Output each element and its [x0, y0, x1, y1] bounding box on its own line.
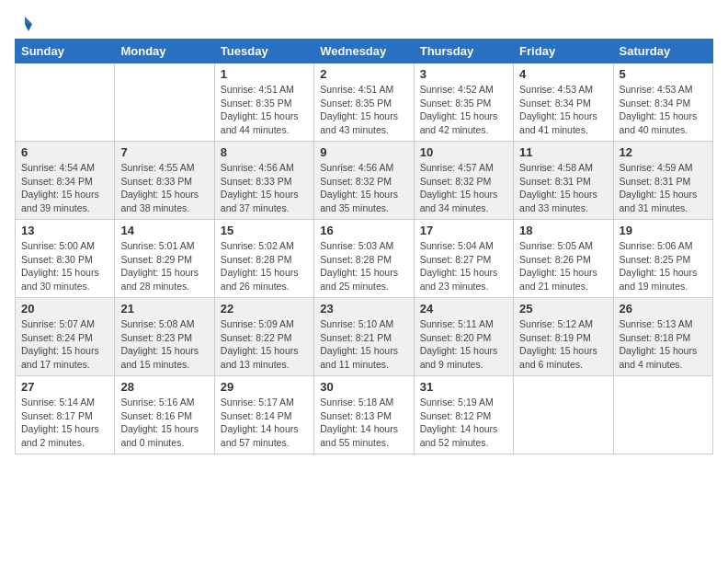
- day-number: 24: [420, 302, 507, 316]
- cell-content: Sunrise: 5:16 AM Sunset: 8:16 PM Dayligh…: [120, 396, 208, 450]
- calendar-table: SundayMondayTuesdayWednesdayThursdayFrid…: [15, 39, 713, 454]
- cell-content: Sunrise: 5:13 AM Sunset: 8:18 PM Dayligh…: [620, 317, 707, 372]
- calendar-week-row: 1Sunrise: 4:51 AM Sunset: 8:35 PM Daylig…: [16, 63, 713, 142]
- calendar-cell: 10Sunrise: 4:57 AM Sunset: 8:32 PM Dayli…: [414, 142, 513, 220]
- cell-content: Sunrise: 4:51 AM Sunset: 8:35 PM Dayligh…: [320, 83, 407, 137]
- calendar-day-header: Monday: [115, 40, 214, 63]
- day-number: 23: [320, 302, 407, 316]
- cell-content: Sunrise: 5:10 AM Sunset: 8:21 PM Dayligh…: [320, 317, 407, 372]
- svg-marker-0: [25, 17, 32, 24]
- day-number: 8: [221, 145, 308, 159]
- calendar-cell: 13Sunrise: 5:00 AM Sunset: 8:30 PM Dayli…: [16, 220, 115, 298]
- calendar-week-row: 6Sunrise: 4:54 AM Sunset: 8:34 PM Daylig…: [16, 142, 713, 220]
- calendar-cell: 20Sunrise: 5:07 AM Sunset: 8:24 PM Dayli…: [16, 298, 115, 376]
- calendar-cell: 12Sunrise: 4:59 AM Sunset: 8:31 PM Dayli…: [613, 142, 712, 220]
- cell-content: Sunrise: 5:12 AM Sunset: 8:19 PM Dayligh…: [519, 317, 607, 372]
- cell-content: Sunrise: 5:02 AM Sunset: 8:28 PM Dayligh…: [221, 239, 308, 293]
- calendar-cell: 7Sunrise: 4:55 AM Sunset: 8:33 PM Daylig…: [115, 142, 214, 220]
- day-number: 26: [620, 302, 707, 316]
- day-number: 1: [221, 67, 308, 81]
- calendar-day-header: Friday: [514, 40, 613, 63]
- calendar-day-header: Wednesday: [314, 40, 414, 63]
- calendar-cell: 6Sunrise: 4:54 AM Sunset: 8:34 PM Daylig…: [16, 142, 115, 220]
- cell-content: Sunrise: 4:51 AM Sunset: 8:35 PM Dayligh…: [221, 83, 308, 137]
- calendar-cell: 3Sunrise: 4:52 AM Sunset: 8:35 PM Daylig…: [414, 63, 513, 142]
- calendar-cell: 9Sunrise: 4:56 AM Sunset: 8:32 PM Daylig…: [314, 142, 414, 220]
- calendar-cell: 31Sunrise: 5:19 AM Sunset: 8:12 PM Dayli…: [414, 376, 513, 454]
- day-number: 21: [120, 302, 208, 316]
- cell-content: Sunrise: 5:01 AM Sunset: 8:29 PM Dayligh…: [120, 239, 208, 293]
- calendar-cell: [16, 63, 115, 142]
- calendar-cell: 23Sunrise: 5:10 AM Sunset: 8:21 PM Dayli…: [314, 298, 414, 376]
- calendar-cell: 8Sunrise: 4:56 AM Sunset: 8:33 PM Daylig…: [214, 142, 313, 220]
- day-number: 22: [221, 302, 308, 316]
- cell-content: Sunrise: 5:19 AM Sunset: 8:12 PM Dayligh…: [420, 396, 507, 450]
- day-number: 7: [120, 145, 208, 159]
- cell-content: Sunrise: 5:05 AM Sunset: 8:26 PM Dayligh…: [519, 239, 607, 293]
- calendar-header-row: SundayMondayTuesdayWednesdayThursdayFrid…: [16, 40, 713, 63]
- calendar-cell: 5Sunrise: 4:53 AM Sunset: 8:34 PM Daylig…: [613, 63, 712, 142]
- day-number: 29: [221, 380, 308, 394]
- day-number: 15: [221, 224, 308, 237]
- calendar-cell: 18Sunrise: 5:05 AM Sunset: 8:26 PM Dayli…: [514, 220, 613, 298]
- day-number: 5: [620, 67, 707, 81]
- calendar-cell: 25Sunrise: 5:12 AM Sunset: 8:19 PM Dayli…: [514, 298, 613, 376]
- cell-content: Sunrise: 5:18 AM Sunset: 8:13 PM Dayligh…: [320, 396, 407, 450]
- day-number: 13: [21, 224, 108, 237]
- cell-content: Sunrise: 5:00 AM Sunset: 8:30 PM Dayligh…: [21, 239, 108, 293]
- cell-content: Sunrise: 4:54 AM Sunset: 8:34 PM Dayligh…: [21, 161, 108, 215]
- cell-content: Sunrise: 5:09 AM Sunset: 8:22 PM Dayligh…: [221, 317, 308, 372]
- calendar-cell: 26Sunrise: 5:13 AM Sunset: 8:18 PM Dayli…: [613, 298, 712, 376]
- day-number: 30: [320, 380, 407, 394]
- day-number: 28: [120, 380, 208, 394]
- calendar-cell: 24Sunrise: 5:11 AM Sunset: 8:20 PM Dayli…: [414, 298, 513, 376]
- calendar-cell: 14Sunrise: 5:01 AM Sunset: 8:29 PM Dayli…: [115, 220, 214, 298]
- cell-content: Sunrise: 4:55 AM Sunset: 8:33 PM Dayligh…: [120, 161, 208, 215]
- page-header: [15, 15, 713, 29]
- day-number: 2: [320, 67, 407, 81]
- cell-content: Sunrise: 5:11 AM Sunset: 8:20 PM Dayligh…: [420, 317, 507, 372]
- cell-content: Sunrise: 5:03 AM Sunset: 8:28 PM Dayligh…: [320, 239, 407, 293]
- cell-content: Sunrise: 5:07 AM Sunset: 8:24 PM Dayligh…: [21, 317, 108, 372]
- cell-content: Sunrise: 4:56 AM Sunset: 8:33 PM Dayligh…: [221, 161, 308, 215]
- cell-content: Sunrise: 4:53 AM Sunset: 8:34 PM Dayligh…: [519, 83, 607, 137]
- cell-content: Sunrise: 4:53 AM Sunset: 8:34 PM Dayligh…: [620, 83, 707, 137]
- calendar-cell: 27Sunrise: 5:14 AM Sunset: 8:17 PM Dayli…: [16, 376, 115, 454]
- day-number: 6: [21, 145, 108, 159]
- calendar-cell: 16Sunrise: 5:03 AM Sunset: 8:28 PM Dayli…: [314, 220, 414, 298]
- day-number: 4: [519, 67, 607, 81]
- cell-content: Sunrise: 5:17 AM Sunset: 8:14 PM Dayligh…: [221, 396, 308, 450]
- cell-content: Sunrise: 5:04 AM Sunset: 8:27 PM Dayligh…: [420, 239, 507, 293]
- day-number: 11: [519, 145, 607, 159]
- cell-content: Sunrise: 4:52 AM Sunset: 8:35 PM Dayligh…: [420, 83, 507, 137]
- day-number: 27: [21, 380, 108, 394]
- calendar-cell: 29Sunrise: 5:17 AM Sunset: 8:14 PM Dayli…: [214, 376, 313, 454]
- calendar-day-header: Tuesday: [214, 40, 313, 63]
- calendar-day-header: Thursday: [414, 40, 513, 63]
- calendar-cell: 11Sunrise: 4:58 AM Sunset: 8:31 PM Dayli…: [514, 142, 613, 220]
- cell-content: Sunrise: 5:14 AM Sunset: 8:17 PM Dayligh…: [21, 396, 108, 450]
- calendar-week-row: 27Sunrise: 5:14 AM Sunset: 8:17 PM Dayli…: [16, 376, 713, 454]
- calendar-cell: 1Sunrise: 4:51 AM Sunset: 8:35 PM Daylig…: [214, 63, 313, 142]
- day-number: 16: [320, 224, 407, 237]
- calendar-cell: [514, 376, 613, 454]
- calendar-day-header: Sunday: [16, 40, 115, 63]
- calendar-cell: 2Sunrise: 4:51 AM Sunset: 8:35 PM Daylig…: [314, 63, 414, 142]
- calendar-cell: 4Sunrise: 4:53 AM Sunset: 8:34 PM Daylig…: [514, 63, 613, 142]
- calendar-cell: [613, 376, 712, 454]
- cell-content: Sunrise: 5:06 AM Sunset: 8:25 PM Dayligh…: [620, 239, 707, 293]
- calendar-week-row: 20Sunrise: 5:07 AM Sunset: 8:24 PM Dayli…: [16, 298, 713, 376]
- cell-content: Sunrise: 4:57 AM Sunset: 8:32 PM Dayligh…: [420, 161, 507, 215]
- calendar-week-row: 13Sunrise: 5:00 AM Sunset: 8:30 PM Dayli…: [16, 220, 713, 298]
- logo: [15, 15, 35, 29]
- svg-marker-1: [25, 24, 32, 31]
- day-number: 10: [420, 145, 507, 159]
- day-number: 18: [519, 224, 607, 237]
- day-number: 14: [120, 224, 208, 237]
- cell-content: Sunrise: 4:59 AM Sunset: 8:31 PM Dayligh…: [620, 161, 707, 215]
- calendar-cell: 30Sunrise: 5:18 AM Sunset: 8:13 PM Dayli…: [314, 376, 414, 454]
- calendar-cell: 19Sunrise: 5:06 AM Sunset: 8:25 PM Dayli…: [613, 220, 712, 298]
- calendar-day-header: Saturday: [613, 40, 712, 63]
- day-number: 9: [320, 145, 407, 159]
- calendar-cell: 21Sunrise: 5:08 AM Sunset: 8:23 PM Dayli…: [115, 298, 214, 376]
